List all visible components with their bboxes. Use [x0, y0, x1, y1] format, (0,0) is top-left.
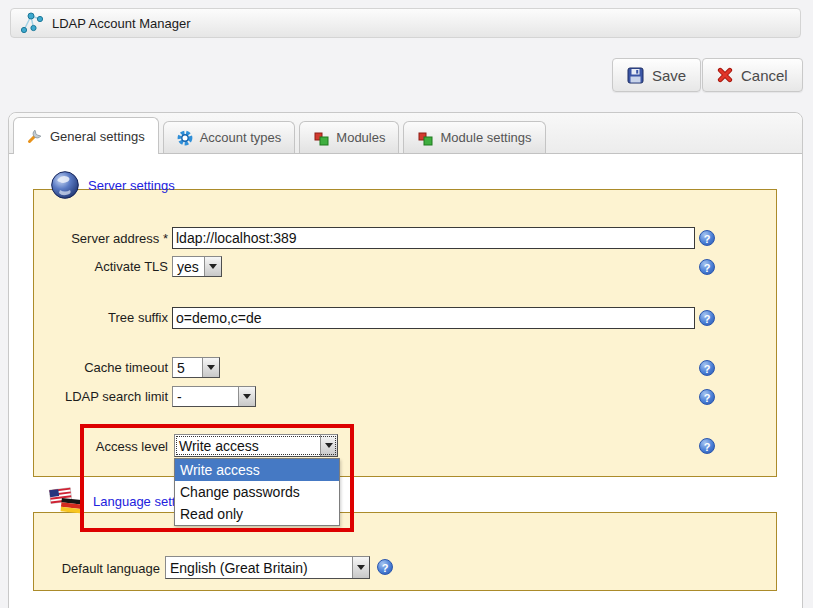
server-address-input[interactable] — [172, 227, 695, 249]
save-floppy-icon — [627, 67, 644, 84]
activate-tls-select[interactable]: yes — [172, 256, 222, 277]
default-language-label: Default language — [22, 561, 160, 576]
dropdown-option-change-passwords[interactable]: Change passwords — [175, 481, 339, 503]
chevron-down-icon — [202, 358, 219, 377]
help-icon[interactable]: ? — [699, 438, 715, 454]
help-icon[interactable]: ? — [699, 310, 715, 326]
tab-module-settings[interactable]: Module settings — [403, 121, 545, 153]
wrench-icon — [27, 128, 43, 144]
cancel-button[interactable]: Cancel — [702, 58, 803, 92]
chevron-down-icon — [352, 557, 369, 578]
save-button[interactable]: Save — [612, 58, 701, 92]
modules-cubes-icon — [313, 130, 329, 146]
tree-suffix-label: Tree suffix — [30, 310, 168, 325]
access-level-label: Access level — [30, 439, 168, 454]
server-address-label: Server address * — [30, 231, 168, 246]
dropdown-option-write-access[interactable]: Write access — [175, 459, 339, 481]
activate-tls-label: Activate TLS — [30, 259, 168, 274]
tab-label: Module settings — [440, 130, 531, 145]
access-level-select[interactable]: Write access — [174, 434, 338, 457]
selected-value: English (Great Britain) — [166, 560, 352, 576]
language-settings-panel — [33, 512, 777, 591]
selected-value: 5 — [173, 360, 202, 376]
chevron-down-icon — [320, 435, 337, 456]
help-icon[interactable]: ? — [699, 259, 715, 275]
help-icon[interactable]: ? — [377, 559, 393, 575]
chevron-down-icon — [238, 387, 255, 406]
cache-timeout-select[interactable]: 5 — [172, 357, 220, 378]
modules-cubes-icon — [417, 130, 433, 146]
globe-icon — [50, 170, 80, 200]
dropdown-option-read-only[interactable]: Read only — [175, 503, 339, 525]
server-settings-title: Server settings — [88, 178, 175, 193]
lam-settings-page: LDAP Account Manager Save Cancel — [0, 0, 813, 608]
window-titlebar: LDAP Account Manager — [10, 8, 801, 38]
tab-account-types[interactable]: Account types — [163, 121, 296, 153]
access-level-dropdown-list: Write access Change passwords Read only — [174, 458, 340, 526]
tab-modules[interactable]: Modules — [299, 121, 399, 153]
ldap-search-limit-select[interactable]: - — [172, 386, 256, 407]
server-settings-legend: Server settings — [50, 170, 175, 200]
cancel-button-label: Cancel — [741, 67, 788, 84]
tree-suffix-input[interactable] — [172, 307, 695, 329]
chevron-down-icon — [204, 257, 221, 276]
ldap-search-limit-label: LDAP search limit — [30, 389, 168, 404]
selected-value: - — [173, 389, 238, 405]
help-icon[interactable]: ? — [699, 389, 715, 405]
tab-label: Account types — [200, 130, 282, 145]
cancel-x-icon — [717, 67, 733, 83]
lam-logo-icon — [19, 11, 43, 35]
window-title: LDAP Account Manager — [52, 16, 191, 31]
gear-icon — [177, 130, 193, 146]
cache-timeout-label: Cache timeout — [30, 360, 168, 375]
tab-bar: General settings Account types — [9, 113, 802, 154]
tab-label: General settings — [50, 129, 145, 144]
save-button-label: Save — [652, 67, 686, 84]
help-icon[interactable]: ? — [699, 360, 715, 376]
flags-icon — [48, 486, 85, 516]
tab-label: Modules — [336, 130, 385, 145]
help-icon[interactable]: ? — [699, 230, 715, 246]
selected-value: Write access — [175, 438, 320, 454]
tab-general-settings[interactable]: General settings — [13, 117, 159, 154]
default-language-select[interactable]: English (Great Britain) — [165, 556, 370, 579]
selected-value: yes — [173, 259, 204, 275]
